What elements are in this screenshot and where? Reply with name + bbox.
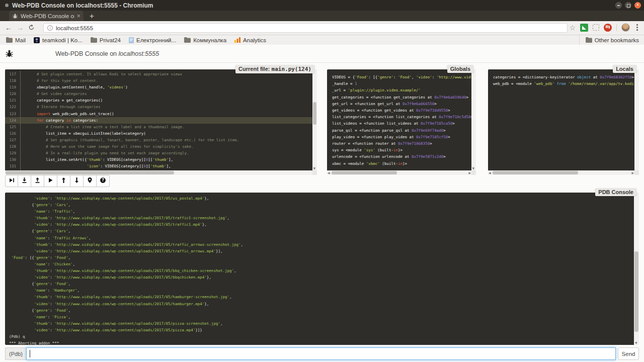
code-line-121: 121 categories = get_categories() [5, 97, 312, 104]
bookmark-item[interactable]: Електронний... [129, 37, 176, 43]
bookmark-item[interactable]: Privat24 [91, 37, 121, 43]
variable-line: _handle = 1 [332, 80, 471, 87]
minimize-button[interactable] [615, 2, 622, 9]
bookmark-item[interactable]: Коммуналка [184, 37, 226, 43]
pdb-command-input[interactable] [26, 347, 616, 360]
scroll-down-arrow-icon[interactable]: ▼ [635, 341, 637, 344]
toolbar-actions: ☆ [569, 23, 640, 32]
profile-avatar[interactable] [621, 23, 630, 32]
new-tab-button[interactable]: + [88, 12, 96, 20]
scrollbar-corner [634, 170, 639, 175]
bookmarks-bar: Mailteamkodi | Ko...Privat24Електронний.… [0, 35, 644, 45]
continue-icon [47, 177, 54, 185]
line-number: 117 [5, 71, 20, 77]
bookmark-label: Коммуналка [193, 37, 226, 43]
scroll-down-arrow-icon[interactable]: ▼ [313, 167, 316, 170]
code-line-118: 118 # for this type of content. [5, 77, 312, 84]
scroll-down-arrow-icon[interactable]: ▼ [472, 167, 475, 170]
bookmark-item[interactable]: Mail [6, 37, 26, 43]
globals-vertical-scrollbar[interactable]: ▼ [471, 69, 476, 170]
maximize-button[interactable] [625, 2, 631, 9]
code-panel-label: Current file: main.py(124) [235, 65, 314, 73]
console-line: 'video': 'http://www.vidsplay.com/wp-con… [9, 195, 634, 202]
line-number: 121 [5, 97, 20, 104]
globals-horizontal-scrollbar[interactable]: ◀ ▶ [327, 170, 471, 175]
page-title: Web-PDB Console on localhost:5555 [55, 50, 159, 57]
extension-green-icon[interactable] [580, 24, 588, 32]
reload-icon[interactable] [28, 24, 35, 32]
bookmark-item[interactable]: teamkodi | Ko... [34, 37, 83, 43]
line-number: 125 [5, 124, 20, 130]
code-line-128: 128 # Here we use the same image for all… [5, 143, 312, 150]
info-icon[interactable]: i [47, 25, 53, 31]
code-line-125: 125 # Create a list item with a text lab… [5, 124, 312, 130]
extension-dotted-icon[interactable] [593, 24, 599, 31]
locals-horizontal-scrollbar[interactable]: ◀ ▶ [488, 170, 634, 175]
console-line: 'thumb': 'http://www.vidsplay.com/wp-con… [9, 294, 634, 300]
code-line-126: 126 list_item = xbmcgui.ListItem(label=c… [5, 130, 312, 137]
console-vertical-scrollbar[interactable]: ▼ [634, 193, 639, 345]
variable-line: web_pdb = <module 'web_pdb' from '/home/… [493, 80, 634, 87]
doc-icon [129, 37, 134, 43]
scroll-left-arrow-icon[interactable]: ◀ [489, 171, 491, 174]
browser-menu-icon[interactable] [636, 27, 638, 28]
other-bookmarks[interactable]: Other bookmarks [579, 35, 639, 45]
scrollbar-thumb[interactable] [6, 171, 174, 174]
other-bookmarks-label: Other bookmarks [595, 37, 639, 43]
tab-close-icon[interactable]: × [76, 13, 80, 19]
locals-vertical-scrollbar[interactable] [634, 69, 639, 170]
scroll-right-arrow-icon[interactable]: ▶ [631, 171, 634, 174]
scrollbar-thumb[interactable] [634, 251, 638, 332]
extension-red-icon[interactable] [604, 24, 612, 32]
variable-line: list_videos = <function list_videos at 0… [332, 120, 471, 127]
debug-continue-button[interactable] [44, 175, 57, 187]
console-line: 'thumb': 'http://www.vidsplay.com/wp-con… [9, 215, 634, 221]
variable-line: get_url = <function get_url at 0x7f9e6a0… [332, 101, 471, 107]
console-line: {'genre': 'Food', [9, 307, 634, 314]
console-line: 'video': 'http://www.vidsplay.com/wp-con… [9, 301, 634, 307]
line-number: 120 [5, 90, 20, 97]
bug-icon [5, 49, 14, 60]
url-bar[interactable]: i localhost:5555 [43, 23, 568, 33]
scrollbar-thumb[interactable] [313, 102, 316, 125]
web-pdb-page: Web-PDB Console on localhost:5555 Curren… [0, 45, 644, 362]
debug-step-button[interactable] [18, 175, 31, 187]
forward-icon[interactable]: → [17, 24, 24, 32]
debug-next-button[interactable] [5, 175, 18, 187]
variable-line: urlencode = <function urlencode at 0x7f9… [332, 153, 471, 160]
debug-up-button[interactable] [57, 175, 70, 187]
bookmark-item[interactable]: Analytics [234, 37, 266, 43]
scrollbar-thumb[interactable] [332, 171, 397, 174]
line-number: 122 [5, 104, 20, 110]
scroll-right-arrow-icon[interactable]: ▶ [468, 171, 471, 174]
console-line: 'name': 'Hamburger', [9, 287, 634, 294]
window-controls [615, 2, 641, 9]
debug-help-button[interactable]: ? [97, 175, 110, 187]
scrollbar-corner [471, 170, 476, 175]
debug-down-button[interactable] [70, 175, 84, 187]
browser-tab[interactable]: Web-PDB Console on loca × [9, 11, 84, 21]
code-text: list_item = xbmcgui.ListItem(label=categ… [20, 130, 146, 137]
variable-line: VIDEOS = {'Food': [{'genre': 'Food', 'vi… [332, 74, 471, 80]
variable-line: parse_qsl = <function parse_qsl at 0x7f9… [332, 127, 471, 134]
code-line-123: 123 import web_pdb;web_pdb.set_trace() [5, 111, 312, 117]
debug-return-button[interactable] [31, 175, 44, 187]
console-line: 'name': 'Traffic Arrows', [9, 235, 634, 241]
code-vertical-scrollbar[interactable]: ▼ [312, 69, 317, 170]
back-icon[interactable]: ← [5, 24, 12, 32]
debug-where-button[interactable] [84, 175, 97, 187]
bookmark-star-icon[interactable]: ☆ [569, 24, 576, 32]
close-button[interactable] [634, 2, 641, 9]
scroll-left-arrow-icon[interactable]: ◀ [328, 171, 330, 174]
code-text: list_item.setArt({'thumb': VIDEOS[catego… [20, 156, 173, 163]
console-line: 'name': 'Pizza', [9, 314, 634, 320]
scrollbar-thumb[interactable] [493, 171, 578, 174]
url-text: localhost:5555 [56, 25, 93, 31]
send-button[interactable]: Send [618, 347, 639, 360]
code-line-127: 127 # Set graphics (thumbnail, fanart, b… [5, 137, 312, 143]
svg-text:?: ? [102, 178, 104, 183]
debugger-toolbar: ? [5, 175, 110, 187]
variable-line: list_categories = <function list_categor… [332, 114, 471, 120]
pdb-prompt-bar: (Pdb) Send [5, 347, 639, 360]
code-horizontal-scrollbar[interactable] [5, 170, 312, 175]
